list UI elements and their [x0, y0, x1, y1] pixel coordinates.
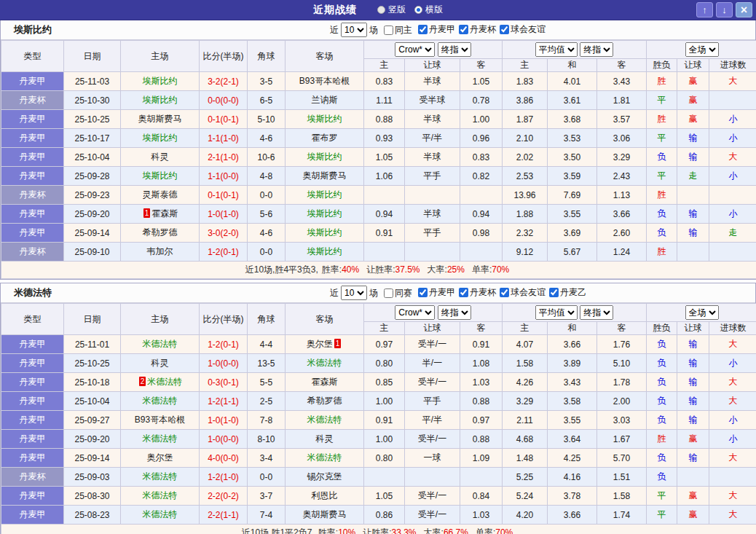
scope-group: 全场 [647, 304, 756, 322]
final-odds-select[interactable]: 终指 [438, 42, 471, 57]
col-avg-draw: 和 [548, 59, 597, 72]
same-filter-checkbox[interactable]: 同赛 [384, 287, 412, 299]
arrow-down-icon: ↓ [722, 4, 727, 15]
match-row: 丹麦甲25-09-14希勒罗德3-0(2-0)4-6埃斯比约0.91平手0.98… [1, 224, 756, 243]
home-team-cell: 奥尔堡 [121, 449, 200, 468]
score-cell: 0-1(0-1) [200, 110, 248, 129]
league-cell: 丹麦甲 [1, 449, 64, 468]
league-filter[interactable]: 球会友谊 [500, 286, 546, 299]
bookmaker-odds-group: Crow* 终指 [364, 41, 503, 59]
league-cell: 丹麦甲 [1, 487, 64, 506]
league-filter[interactable]: 丹麦甲 [418, 23, 455, 36]
bookmaker-select[interactable]: Crow* [395, 42, 435, 57]
radio-icon[interactable] [414, 6, 422, 14]
match-row: 丹麦甲25-11-03埃斯比约3-2(2-1)3-5B93哥本哈根0.83半球1… [1, 72, 756, 91]
handicap-line-cell: 半/一 [405, 354, 460, 373]
odds-away-cell: 0.97 [460, 411, 503, 430]
final-odds-select[interactable]: 终指 [438, 305, 471, 320]
same-label: 同主 [395, 24, 412, 36]
final-odds-select[interactable]: 终指 [580, 305, 613, 320]
result-cell: 负 [647, 392, 677, 411]
result-cell: 负 [647, 224, 677, 243]
date-cell: 25-09-20 [64, 430, 121, 449]
league-filter[interactable]: 球会友谊 [500, 23, 546, 36]
goals-result-cell: 小 [709, 129, 756, 148]
arrow-up-icon: ↑ [702, 4, 707, 15]
final-odds-select[interactable]: 终指 [580, 42, 613, 57]
match-row: 丹麦杯25-09-23灵斯泰德0-1(0-1)0-0埃斯比约13.967.691… [1, 186, 756, 205]
match-row: 丹麦甲25-09-27B93哥本哈根1-0(1-0)7-8米德法特0.91平/半… [1, 411, 756, 430]
average-select[interactable]: 平均值 [535, 42, 578, 57]
handicap-line-cell: 半球 [405, 205, 460, 224]
avg-home-cell: 5.25 [503, 468, 548, 487]
league-checkbox[interactable] [500, 25, 509, 34]
league-checkbox[interactable] [418, 288, 428, 297]
handicap-line-cell: 受半球 [405, 91, 460, 110]
goals-result-cell: 小 [709, 205, 756, 224]
league-label: 丹麦杯 [470, 286, 496, 299]
avg-away-cell: 1.81 [597, 91, 647, 110]
date-cell: 25-09-03 [64, 468, 121, 487]
same-filter-checkbox[interactable]: 同主 [384, 24, 412, 36]
results-section-2: 米德法特 近 10 场 同赛 丹麦甲丹麦杯球会友谊丹麦乙 [0, 283, 756, 534]
league-filter[interactable]: 丹麦甲 [418, 286, 455, 299]
bookmaker-select[interactable]: Crow* [395, 305, 435, 320]
avg-home-cell: 2.11 [503, 411, 548, 430]
radio-icon[interactable] [377, 6, 385, 14]
league-checkbox[interactable] [500, 288, 509, 297]
goals-result-cell: 大 [709, 148, 756, 167]
avg-away-cell: 5.10 [597, 354, 647, 373]
league-filter[interactable]: 丹麦乙 [549, 286, 586, 299]
layout-radio-horizontal[interactable]: 横版 [414, 4, 443, 16]
match-count-select[interactable]: 10 [341, 286, 367, 300]
away-team-cell: 锡尔克堡 [286, 468, 364, 487]
league-cell: 丹麦甲 [1, 167, 64, 186]
handicap-line-cell [405, 468, 460, 487]
result-cell: 负 [647, 335, 677, 354]
close-button[interactable]: × [736, 2, 752, 17]
scroll-down-button[interactable]: ↓ [716, 2, 733, 17]
date-cell: 25-09-14 [64, 449, 121, 468]
handicap-result-cell: 输 [677, 129, 709, 148]
odds-away-cell: 1.03 [460, 506, 503, 525]
col-avg-home: 主 [503, 59, 548, 72]
league-checkbox[interactable] [418, 25, 428, 34]
same-checkbox[interactable] [384, 288, 393, 298]
average-select[interactable]: 平均值 [535, 305, 578, 320]
match-count-select[interactable]: 10 [341, 23, 367, 37]
scroll-up-button[interactable]: ↑ [696, 2, 713, 17]
home-team-cell: 埃斯比约 [121, 167, 200, 186]
result-cell: 平 [647, 487, 677, 506]
handicap-result-cell: 输 [677, 373, 709, 392]
score-cell: 1-0(1-0) [200, 411, 248, 430]
odds-away-cell: 1.00 [460, 110, 503, 129]
home-team-cell: 米德法特 [121, 506, 200, 525]
league-filter[interactable]: 丹麦杯 [459, 23, 496, 36]
same-checkbox[interactable] [384, 25, 393, 35]
result-cell: 胜 [647, 243, 677, 262]
layout-radio-vertical[interactable]: 竖版 [377, 4, 406, 16]
filters: 近 10 场 同主 丹麦甲丹麦杯球会友谊 [330, 23, 546, 37]
league-cell: 丹麦甲 [1, 506, 64, 525]
col-odds-line: 让球 [405, 59, 460, 72]
league-checkbox[interactable] [459, 25, 468, 34]
away-team-cell: 埃斯比约 [286, 110, 364, 129]
home-team-cell: 科灵 [121, 354, 200, 373]
avg-home-cell: 2.32 [503, 224, 548, 243]
league-checkbox[interactable] [459, 288, 468, 297]
scope-select[interactable]: 全场 [685, 305, 719, 320]
handicap-result-cell [677, 243, 709, 262]
handicap-line-cell: 受半/一 [405, 373, 460, 392]
goals-result-cell [709, 468, 756, 487]
scope-select[interactable]: 全场 [685, 42, 719, 57]
col-home: 主场 [121, 304, 200, 335]
summary-stat: 胜率:40% [322, 264, 359, 275]
league-filter[interactable]: 丹麦杯 [459, 286, 496, 299]
handicap-line-cell: 平/半 [405, 129, 460, 148]
avg-home-cell: 2.10 [503, 129, 548, 148]
league-checkbox[interactable] [549, 288, 559, 297]
avg-draw-cell: 3.50 [548, 148, 597, 167]
avg-away-cell: 5.70 [597, 449, 647, 468]
avg-draw-cell: 3.89 [548, 354, 597, 373]
date-cell: 25-09-23 [64, 186, 121, 205]
